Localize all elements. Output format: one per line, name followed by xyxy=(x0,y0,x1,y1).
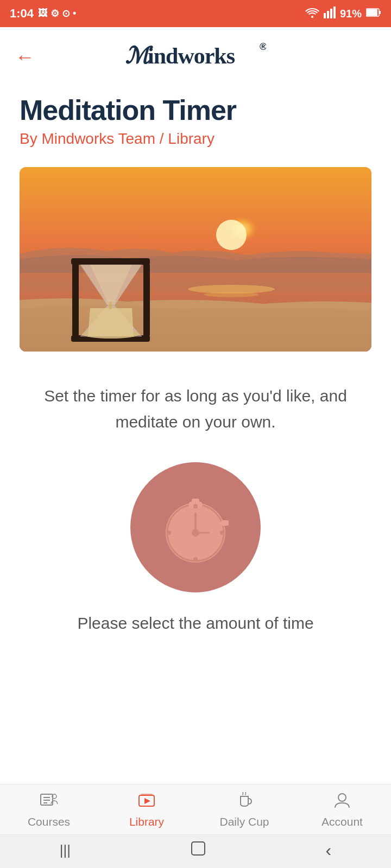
svg-rect-1 xyxy=(324,13,326,18)
svg-point-34 xyxy=(220,531,224,535)
nav-item-dailycup[interactable]: Daily Cup xyxy=(195,792,293,828)
status-bar: 1:04 🖼 ⚙ ⊙ • 91% xyxy=(0,0,391,27)
app-logo: ℳ indworks ® xyxy=(125,39,266,74)
svg-rect-7 xyxy=(379,11,381,14)
svg-rect-2 xyxy=(327,11,329,18)
svg-rect-4 xyxy=(333,7,336,18)
timer-button[interactable] xyxy=(130,462,261,592)
library-label: Library xyxy=(129,815,164,828)
svg-rect-6 xyxy=(367,9,377,16)
svg-rect-41 xyxy=(141,794,153,795)
battery-display: 91% xyxy=(340,8,362,20)
nav-items-container: Courses Library xyxy=(0,784,391,834)
svg-rect-22 xyxy=(109,302,112,309)
stopwatch-icon xyxy=(155,487,236,568)
description-text: Set the timer for as long as you'd like,… xyxy=(0,367,391,451)
android-back[interactable]: ‹ xyxy=(325,840,331,860)
account-icon xyxy=(333,792,351,812)
svg-rect-3 xyxy=(330,9,332,18)
status-time: 1:04 🖼 ⚙ ⊙ • xyxy=(10,7,76,21)
nav-item-courses[interactable]: Courses xyxy=(0,792,98,828)
svg-point-16 xyxy=(204,292,258,297)
svg-point-13 xyxy=(216,220,247,250)
select-time-text: Please select the amount of time xyxy=(0,609,391,643)
timer-circle-area[interactable] xyxy=(0,451,391,609)
account-label: Account xyxy=(321,815,363,828)
android-home[interactable] xyxy=(190,840,206,860)
svg-point-0 xyxy=(311,16,313,18)
page-subtitle: By Mindworks Team / Library xyxy=(20,130,371,148)
hero-image xyxy=(20,167,371,352)
dot-icon: • xyxy=(73,8,76,20)
svg-text:®: ® xyxy=(260,41,266,52)
dailycup-icon xyxy=(235,792,254,812)
bottom-navigation: Courses Library xyxy=(0,784,391,868)
dailycup-label: Daily Cup xyxy=(219,815,269,828)
nav-item-account[interactable]: Account xyxy=(293,792,391,828)
svg-point-33 xyxy=(167,531,171,535)
image-icon: 🖼 xyxy=(38,8,48,20)
svg-rect-19 xyxy=(72,264,79,336)
status-right-icons: 91% xyxy=(305,7,381,21)
svg-rect-27 xyxy=(221,520,229,526)
page-title-area: Meditation Timer By Mindworks Team / Lib… xyxy=(0,80,391,152)
wifi-icon xyxy=(305,7,319,21)
battery-icon xyxy=(366,7,381,20)
gear-icon: ⚙ xyxy=(51,8,59,20)
svg-point-31 xyxy=(193,504,198,508)
time-display: 1:04 xyxy=(10,7,34,21)
svg-rect-44 xyxy=(192,842,205,855)
svg-point-32 xyxy=(193,557,198,561)
svg-text:indworks: indworks xyxy=(148,43,235,68)
courses-icon xyxy=(40,792,58,812)
courses-label: Courses xyxy=(28,815,70,828)
status-icons: 🖼 ⚙ ⊙ • xyxy=(38,8,76,20)
svg-point-43 xyxy=(338,794,346,801)
back-button[interactable]: ← xyxy=(15,47,35,67)
svg-rect-17 xyxy=(71,258,150,265)
svg-rect-20 xyxy=(143,264,150,336)
library-icon xyxy=(137,792,156,812)
signal-icon xyxy=(324,7,336,21)
page-title: Meditation Timer xyxy=(20,95,371,126)
nav-item-library[interactable]: Library xyxy=(98,792,195,828)
app-header: ← ℳ indworks ® xyxy=(0,27,391,80)
sun-icon: ⊙ xyxy=(62,8,70,20)
android-navigation: ||| ‹ xyxy=(0,834,391,868)
svg-marker-42 xyxy=(144,798,150,804)
android-recents[interactable]: ||| xyxy=(60,842,71,859)
